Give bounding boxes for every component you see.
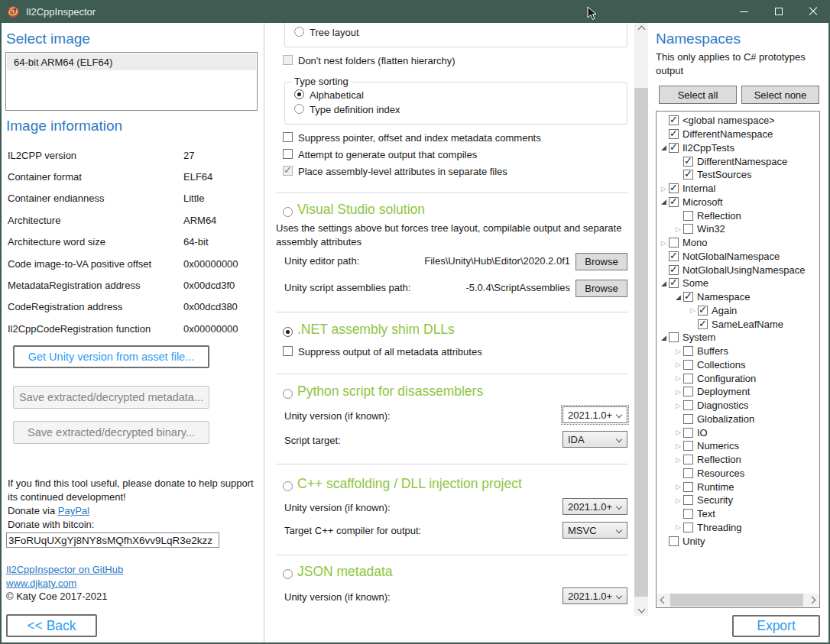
tree-expander-icon[interactable]: ▷ xyxy=(673,388,683,396)
tree-expander-icon[interactable]: ◢ xyxy=(659,198,669,205)
tree-checkbox[interactable] xyxy=(683,346,693,356)
tree-item[interactable]: Globalization xyxy=(657,413,819,426)
tree-checkbox[interactable] xyxy=(683,400,693,410)
option-checkbox-row[interactable]: Attempt to generate output that compiles xyxy=(283,149,477,160)
tree-item[interactable]: ▷Again xyxy=(657,304,819,318)
tree-checkbox[interactable] xyxy=(683,441,693,451)
tree-expander-icon[interactable]: ▷ xyxy=(673,348,683,355)
image-listbox[interactable]: 64-bit ARM64 (ELF64) xyxy=(5,52,258,111)
tree-checkbox[interactable] xyxy=(683,157,693,167)
tree-checkbox[interactable] xyxy=(683,482,693,492)
tree-checkbox[interactable] xyxy=(683,211,693,221)
tree-hscrollbar-thumb[interactable] xyxy=(670,594,803,607)
section-heading-cpp[interactable]: C++ scaffolding / DLL injection project xyxy=(283,476,522,492)
tree-item[interactable]: ◢Namespace xyxy=(657,290,819,304)
type-sorting-option[interactable]: Type definition index xyxy=(294,104,400,115)
tree-expander-icon[interactable]: ▷ xyxy=(659,239,669,247)
tree-expander-icon[interactable]: ▷ xyxy=(673,497,683,504)
tree-item[interactable]: DifferentNamespace xyxy=(657,128,819,141)
get-unity-version-button[interactable]: Get Unity version from asset file... xyxy=(13,345,209,368)
tree-expander-icon[interactable]: ▷ xyxy=(673,374,683,382)
website-link[interactable]: www.djkaty.com xyxy=(6,578,76,589)
tree-checkbox[interactable] xyxy=(683,455,693,464)
tree-expander-icon[interactable]: ▷ xyxy=(673,361,683,368)
tree-checkbox[interactable] xyxy=(669,238,679,248)
flatten-checkbox[interactable] xyxy=(283,55,293,65)
tree-item[interactable]: ▷Collections xyxy=(657,358,819,372)
tree-checkbox[interactable] xyxy=(669,143,679,153)
tree-item[interactable]: ◢Il2CppTests xyxy=(657,141,819,155)
type-sorting-radio[interactable] xyxy=(294,89,304,99)
browse-button[interactable]: Browse xyxy=(575,253,627,270)
combo-box[interactable]: MSVC xyxy=(563,522,627,539)
tree-item[interactable]: Text xyxy=(657,507,819,521)
tree-checkbox[interactable] xyxy=(669,536,679,546)
tree-item[interactable]: ▷Numerics xyxy=(657,439,819,453)
tree-item[interactable]: ▷Threading xyxy=(657,521,819,535)
tree-item[interactable]: ▷Buffers xyxy=(657,345,819,358)
path-field[interactable]: Files\Unity\Hub\Editor\2020.2.0f1 xyxy=(410,255,570,267)
section-radio[interactable] xyxy=(283,569,293,579)
tree-expander-icon[interactable]: ◢ xyxy=(659,334,669,341)
tree-expander-icon[interactable]: ▷ xyxy=(673,456,683,464)
tree-item[interactable]: ▷IO xyxy=(657,426,819,439)
scrollbar-up-button[interactable] xyxy=(634,23,648,36)
tree-checkbox[interactable] xyxy=(683,523,693,532)
option-checkbox[interactable] xyxy=(283,132,293,142)
section-heading-python[interactable]: Python script for disassemblers xyxy=(283,383,483,400)
option-checkbox-row[interactable]: Place assembly-level attributes in separ… xyxy=(283,166,507,177)
browse-button[interactable]: Browse xyxy=(575,280,627,297)
combo-box[interactable]: 2021.1.0+ xyxy=(563,587,627,604)
tree-expander-icon[interactable]: ▷ xyxy=(673,483,683,490)
tree-item[interactable]: SameLeafName xyxy=(657,317,819,331)
close-button[interactable] xyxy=(796,0,830,23)
tree-item[interactable]: ◢System xyxy=(657,331,819,345)
export-button[interactable]: Export xyxy=(732,615,820,637)
tree-expander-icon[interactable]: ▷ xyxy=(673,429,683,436)
flatten-option[interactable]: Don't nest folders (flatten hierarchy) xyxy=(283,55,456,66)
scrollbar-down-button[interactable] xyxy=(634,603,648,616)
tree-item[interactable]: ◢Microsoft xyxy=(657,196,819,209)
tree-expander-icon[interactable]: ◢ xyxy=(673,293,683,301)
tree-item[interactable]: ▷Configuration xyxy=(657,371,819,385)
tree-checkbox[interactable] xyxy=(683,374,693,383)
tree-checkbox[interactable] xyxy=(683,509,693,519)
maximize-button[interactable] xyxy=(761,0,796,23)
tree-expander-icon[interactable]: ▷ xyxy=(688,306,698,314)
tree-checkbox[interactable] xyxy=(698,319,708,329)
tree-checkbox[interactable] xyxy=(669,251,679,261)
section-heading-vs[interactable]: Visual Studio solution xyxy=(283,202,425,218)
tree-checkbox[interactable] xyxy=(683,428,693,438)
section-heading-json[interactable]: JSON metadata xyxy=(283,564,393,580)
tree-expander-icon[interactable]: ▷ xyxy=(673,442,683,450)
tree-checkbox[interactable] xyxy=(669,278,679,288)
tree-expander-icon[interactable]: ◢ xyxy=(659,280,669,287)
path-field[interactable]: -5.0.4\ScriptAssemblies xyxy=(410,282,570,293)
back-button[interactable]: << Back xyxy=(6,614,97,637)
tree-item[interactable]: NotGlobalNamespace xyxy=(657,250,819,264)
tree-checkbox[interactable] xyxy=(698,306,708,316)
minimize-button[interactable] xyxy=(727,0,761,23)
section-radio[interactable] xyxy=(283,207,293,217)
tree-checkbox[interactable] xyxy=(669,183,679,193)
combo-box[interactable]: 2021.1.0+ xyxy=(563,406,627,423)
tree-item[interactable]: ▷Win32 xyxy=(657,222,819,236)
combo-box[interactable]: 2021.1.0+ xyxy=(563,498,627,515)
tree-item[interactable]: Reflection xyxy=(657,209,819,222)
namespace-tree[interactable]: <global namespace>DifferentNamespace◢Il2… xyxy=(656,111,820,608)
tree-layout-option[interactable]: Tree layout xyxy=(294,27,359,38)
section-radio[interactable] xyxy=(283,327,293,337)
paypal-link[interactable]: PayPal xyxy=(58,505,89,516)
tree-hscrollbar[interactable] xyxy=(657,594,819,607)
tree-checkbox[interactable] xyxy=(683,387,693,396)
tree-item[interactable]: Resources xyxy=(657,467,819,481)
option-checkbox-row[interactable]: Suppress pointer, offset and index metad… xyxy=(283,132,541,144)
section-checkbox[interactable] xyxy=(283,346,293,356)
scrollbar-thumb[interactable] xyxy=(634,88,648,597)
section-radio[interactable] xyxy=(283,389,293,399)
tree-item[interactable]: ▷Mono xyxy=(657,236,819,250)
tree-checkbox[interactable] xyxy=(683,170,693,180)
tree-checkbox[interactable] xyxy=(683,360,693,370)
tree-item[interactable]: TestSources xyxy=(657,168,819,182)
tree-expander-icon[interactable]: ◢ xyxy=(659,144,669,151)
